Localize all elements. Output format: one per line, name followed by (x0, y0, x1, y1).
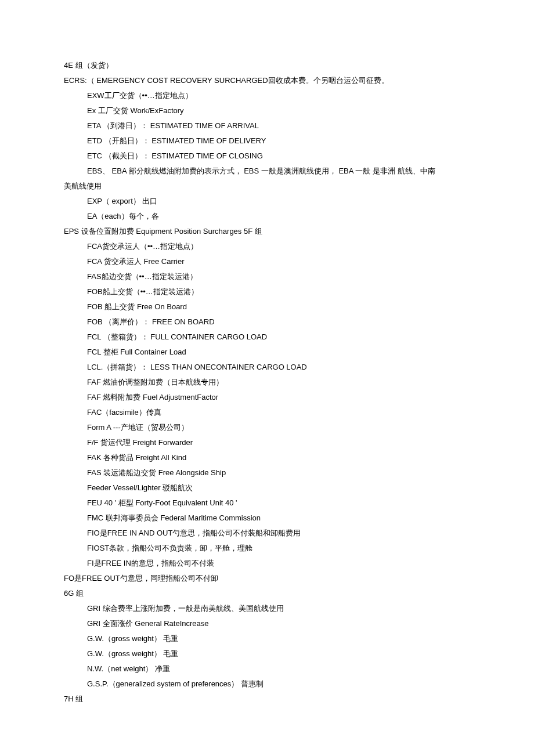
text-line: ETA （到港日）： ESTIMATED TIME OF ARRIVAL (64, 118, 470, 133)
text-line: FAS 装运港船边交货 Free Alongside Ship (64, 465, 470, 480)
text-line: EBS、 EBA 部分航线燃油附加费的表示方式， EBS 一般是澳洲航线使用， … (64, 164, 470, 179)
text-line: EXP（ export） 出口 (64, 194, 470, 209)
text-line: EPS 设备位置附加费 Equipment Position Surcharge… (64, 224, 470, 239)
text-line: FAF 燃油价调整附加费（日本航线专用） (64, 375, 470, 390)
text-line: FAF 燃料附加费 Fuel AdjustmentFactor (64, 390, 470, 405)
text-line: ECRS:（ EMERGENCY COST RECOVERY SURCHARGE… (64, 73, 470, 88)
text-line: FCL 整柜 Full Container Load (64, 345, 470, 360)
text-line: 6G 组 (64, 586, 470, 601)
text-line: FCA 货交承运人 Free Carrier (64, 254, 470, 269)
text-line: FOB 船上交货 Free On Board (64, 299, 470, 314)
text-line: Feeder Vessel/Lighter 驳船航次 (64, 480, 470, 495)
text-line: FOB船上交货（••…指定装运港） (64, 284, 470, 299)
text-line: EA（each）每个，各 (64, 209, 470, 224)
text-line: GRI 全面涨价 General RateIncrease (64, 616, 470, 631)
text-line: FCA货交承运人（••…指定地点） (64, 239, 470, 254)
text-line: ETD （开船日）： ESTIMATED TIME OF DELIVERY (64, 133, 470, 149)
text-line: FMC 联邦海事委员会 Federal Maritime Commission (64, 511, 470, 526)
text-line: FIOST条款，指船公司不负责装，卸，平舱，理舱 (64, 541, 470, 556)
text-line: G.W.（gross weight） 毛重 (64, 646, 470, 661)
document-body: 4E 组（发货）ECRS:（ EMERGENCY COST RECOVERY S… (64, 58, 470, 707)
text-line: G.W.（gross weight） 毛重 (64, 631, 470, 646)
text-line: FAK 各种货品 Freight All Kind (64, 450, 470, 465)
text-line: FIO是FREE IN AND OUT勺意思，指船公司不付装船和卸船费用 (64, 526, 470, 541)
text-line: Ex 工厂交货 Work/ExFactory (64, 103, 470, 118)
text-line: FI是FREE IN的意思，指船公司不付装 (64, 556, 470, 571)
text-line: EXW工厂交货（••…指定地点） (64, 88, 470, 103)
text-line: 7H 组 (64, 692, 470, 707)
text-line: GRI 综合费率上涨附加费，一般是南美航线、美国航线使用 (64, 601, 470, 616)
text-line: Form A ---产地证（贸易公司） (64, 420, 470, 435)
text-line: FO是FREE OUT勺意思，同理指船公司不付卸 (64, 571, 470, 586)
text-line: LCL.（拼箱货）： LESS THAN ONECONTAINER CARGO … (64, 360, 470, 375)
text-line: FOB （离岸价）： FREE ON BOARD (64, 314, 470, 330)
text-line: F/F 货运代理 Freight Forwarder (64, 435, 470, 450)
text-line: FAC（facsimile）传真 (64, 405, 470, 420)
text-line: 美航线使用 (64, 179, 470, 194)
text-line: ETC （截关日）： ESTIMATED TIME OF CLOSING (64, 149, 470, 164)
text-line: FEU 40 ' 柜型 Forty-Foot Equivalent Unit 4… (64, 495, 470, 511)
text-line: N.W.（net weight） 净重 (64, 661, 470, 677)
text-line: FAS船边交货（••…指定装运港） (64, 269, 470, 284)
text-line: 4E 组（发货） (64, 58, 470, 73)
text-line: FCL （整箱货）： FULL CONTAINER CARGO LOAD (64, 330, 470, 345)
text-line: G.S.P.（generalized system of preferences… (64, 677, 470, 692)
